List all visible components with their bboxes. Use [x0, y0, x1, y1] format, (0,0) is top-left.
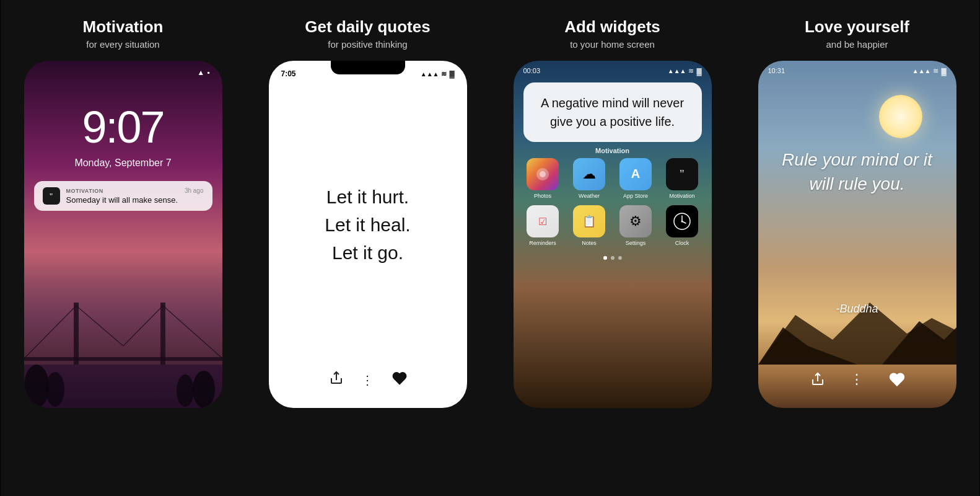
page-dot-3 — [618, 256, 622, 260]
app-icon-motivation-img[interactable]: " — [666, 158, 698, 190]
daily-quote-text: Let it hurt. Let it heal. Let it go. — [269, 78, 467, 371]
more-icon[interactable]: ⋮ — [361, 373, 375, 388]
svg-point-10 — [193, 371, 215, 408]
app-label-photos: Photos — [534, 193, 551, 199]
quote-content: Let it hurt. Let it heal. Let it go. — [325, 183, 410, 267]
panel3-header: Add widgets to your home screen — [564, 17, 660, 50]
panel4-title: Love yourself — [805, 17, 909, 37]
page-dots — [514, 256, 712, 260]
battery-icon-3: ▓ — [696, 68, 701, 75]
statusbar-icons-4: ▲▲▲ ≋ ▓ — [912, 67, 947, 75]
share-icon[interactable] — [329, 371, 344, 389]
app-icon-photos-img[interactable] — [527, 158, 559, 190]
panel3-subtitle: to your home screen — [564, 39, 660, 50]
app-icon-weather-img[interactable]: ☁ — [573, 158, 605, 190]
app-icon-reminders-img[interactable]: ☑ — [527, 205, 559, 237]
app-icon-appstore-img[interactable]: A — [619, 158, 652, 190]
statusbar-icons-2: ▲▲▲ ≋ ▓ — [421, 69, 455, 78]
notification-message: Someday it will all make sense. — [66, 195, 204, 205]
heart-button-4[interactable] — [886, 368, 908, 391]
wifi-icon: ▲ — [197, 68, 204, 77]
app-icon-motivation: " Motivation — [663, 158, 702, 199]
mountain-svg — [758, 290, 956, 365]
panel4-header: Love yourself and be happier — [805, 17, 909, 50]
app-icon-clock-img[interactable] — [666, 205, 698, 237]
mountain-landscape — [758, 290, 956, 365]
panel3-title: Add widgets — [564, 17, 660, 37]
panel-motivation: Motivation for every situation ▲ ▪ 9:07 … — [1, 0, 245, 496]
notification-card: " MOTIVATION 3h ago Someday it will all … — [34, 181, 212, 211]
phone-mockup-3: 00:03 ▲▲▲ ≋ ▓ A negative mind will never… — [514, 61, 712, 408]
panel-widgets: Add widgets to your home screen 00:03 ▲▲… — [490, 0, 735, 496]
notification-time: 3h ago — [185, 187, 204, 194]
app-label-appstore: App Store — [623, 193, 648, 199]
svg-point-9 — [24, 365, 49, 408]
panel4-subtitle: and be happier — [805, 39, 909, 50]
app-label-weather: Weather — [579, 193, 600, 199]
svg-point-15 — [540, 171, 546, 177]
app-icon-settings-img[interactable]: ⚙ — [619, 205, 652, 237]
signal-icon-2: ▲▲▲ — [421, 71, 439, 78]
panel-love-yourself: Love yourself and be happier 10:31 ▲▲▲ ≋… — [735, 0, 979, 496]
panel1-title: Motivation — [83, 17, 164, 37]
phone3-statusbar: 00:03 ▲▲▲ ≋ ▓ — [514, 61, 712, 75]
signal-icon-3: ▲▲▲ — [668, 68, 686, 74]
battery-icon-4: ▓ — [941, 68, 946, 75]
app-label-notes: Notes — [582, 240, 597, 246]
app-label-reminders: Reminders — [529, 240, 556, 246]
lockscreen-date: Monday, September 7 — [24, 157, 222, 169]
panel2-subtitle: for positive thinking — [305, 39, 430, 50]
notification-content: MOTIVATION 3h ago Someday it will all ma… — [66, 187, 204, 205]
notification-app-icon: " — [43, 187, 60, 205]
panel-daily-quotes: Get daily quotes for positive thinking 7… — [245, 0, 490, 496]
app-grid-row2: ☑ Reminders 📋 Notes ⚙ Settings — [514, 205, 712, 246]
wifi-icon-4: ≋ — [933, 67, 938, 75]
statusbar-icons-3: ▲▲▲ ≋ ▓ — [668, 67, 702, 75]
quote4-content: Rule your mind or it will rule you. — [782, 150, 932, 193]
app-icon-notes: 📋 Notes — [570, 205, 609, 246]
bridge-svg — [24, 284, 222, 408]
more-button-4[interactable]: ⋮ — [846, 368, 868, 391]
battery-icon: ▪ — [207, 68, 209, 77]
app-icon-photos: Photos — [523, 158, 562, 199]
app-label-settings: Settings — [626, 240, 646, 246]
svg-rect-2 — [74, 303, 79, 365]
heart-icon[interactable] — [392, 371, 407, 389]
statusbar-time-3: 00:03 — [523, 67, 541, 75]
svg-text:A: A — [631, 167, 640, 180]
phone2-notch — [331, 61, 405, 74]
page-dot-2 — [611, 256, 615, 260]
app-icon-weather: ☁ Weather — [570, 158, 609, 199]
panel1-subtitle: for every situation — [83, 39, 164, 50]
svg-rect-8 — [24, 357, 222, 361]
notification-app-name: MOTIVATION — [66, 188, 103, 194]
panel2-header: Get daily quotes for positive thinking — [305, 17, 430, 50]
svg-point-20 — [681, 221, 683, 223]
quote4-author: -Buddha — [758, 303, 956, 316]
app-icon-appstore: A App Store — [616, 158, 655, 199]
svg-point-11 — [46, 372, 64, 407]
statusbar-time-2: 7:05 — [281, 69, 296, 78]
battery-icon-2: ▓ — [449, 70, 454, 78]
phone4-action-bar: ⋮ — [758, 368, 956, 391]
lockscreen-time: 9:07 — [24, 102, 222, 153]
app-label-clock: Clock — [675, 240, 689, 246]
signal-icon-4: ▲▲▲ — [912, 68, 931, 74]
app-icon-reminders: ☑ Reminders — [523, 205, 562, 246]
wifi-icon-2: ≋ — [441, 70, 447, 78]
bridge-silhouette-area — [24, 284, 222, 408]
moon-decoration — [879, 95, 922, 138]
share-button-4[interactable] — [807, 368, 829, 391]
phone2-action-bar: ⋮ — [269, 371, 467, 408]
statusbar-time-4: 10:31 — [768, 67, 785, 75]
wifi-icon-3: ≋ — [688, 67, 694, 75]
motivation-widget-label: Motivation — [514, 147, 712, 154]
panel1-header: Motivation for every situation — [83, 17, 164, 50]
app-icon-settings: ⚙ Settings — [616, 205, 655, 246]
phone1-statusbar: ▲ ▪ — [24, 61, 222, 77]
statusbar-icons-1: ▲ ▪ — [197, 68, 209, 77]
app-icon-notes-img[interactable]: 📋 — [573, 205, 605, 237]
panel2-title: Get daily quotes — [305, 17, 430, 37]
app-grid-row1: Photos ☁ Weather A App Store " Motivatio… — [514, 158, 712, 199]
motivation-widget: A negative mind will never give you a po… — [523, 82, 702, 142]
